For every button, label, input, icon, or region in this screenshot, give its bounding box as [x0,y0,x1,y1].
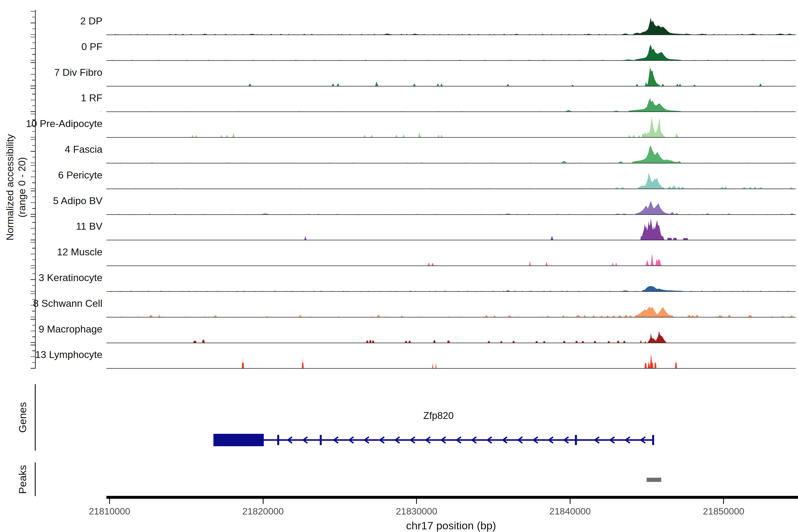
y-axis-tick [31,268,35,268]
y-axis-tick [32,94,35,94]
y-axis-tick [32,337,35,337]
gene-exon-tick [277,435,279,445]
y-axis-tick [31,165,35,166]
y-axis-tick [31,254,35,254]
genes-section-label: Genes [16,384,28,451]
track-label: 9 Macrophage [2,323,102,335]
accessibility-track-0-pf [107,36,796,61]
y-axis-tick [31,23,35,23]
y-axis-tick [31,11,35,12]
accessibility-track-11-bv [107,216,796,240]
y-axis-tick [32,42,35,43]
y-axis-line [35,10,36,368]
y-axis-tick [31,279,35,280]
y-axis-tick [32,197,35,197]
y-axis-tick [32,311,35,311]
y-axis-tick [31,305,35,305]
y-axis-title-line2: (range 0 - 20) [16,110,28,265]
y-axis-tick [32,131,35,132]
coverage-signal [120,145,794,163]
y-axis-tick [32,80,35,80]
y-axis-tick [31,240,35,240]
y-axis-tick [32,248,35,248]
accessibility-track-6-pericyte [107,165,796,189]
y-axis-tick [31,191,35,191]
x-axis-line [107,496,798,499]
y-axis-tick [32,234,35,234]
y-axis-tick [31,111,35,112]
x-axis-tick [570,499,571,504]
y-axis-tick [31,60,35,60]
y-axis-tick [31,48,35,49]
y-axis-tick [32,285,35,286]
y-axis-tick [31,34,35,35]
coverage-signal [191,116,678,137]
y-axis-tick [31,216,35,217]
x-axis-title: chr17 position (bp) [385,519,518,532]
y-axis-title-line1: Normalized accessibility [4,110,16,265]
y-axis-tick [32,68,35,69]
accessibility-track-10-pre-adipocyte [107,113,796,138]
y-axis-tick [31,319,35,319]
x-axis-tick-label: 21830000 [383,506,450,517]
y-axis-tick [31,242,35,243]
peak-interval [647,478,661,482]
accessibility-track-8-schwann-cell [107,293,796,318]
gene-exon-tick [575,435,577,445]
y-axis-tick [31,37,35,37]
y-axis-tick [31,163,35,163]
coverage-signal [99,98,798,112]
coverage-signal [118,201,794,214]
y-axis-tick [31,86,35,86]
coverage-signal [110,286,789,291]
accessibility-track-12-muscle [107,242,796,266]
coverage-signal [193,331,666,343]
coverage-signal [112,44,787,60]
y-axis-tick [31,74,35,75]
gene-model [107,427,796,453]
accessibility-track-7-div-fibro [107,62,796,87]
peaks-axis-line [35,462,36,496]
x-axis-tick-label: 21840000 [537,506,603,517]
track-label: 7 Div Fibro [2,67,102,78]
track-label: 0 PF [2,41,102,53]
y-axis-tick [31,345,35,345]
y-axis-tick [31,228,35,229]
accessibility-track-2-dp [107,11,796,35]
track-label: 4 Fascia [2,144,102,155]
accessibility-track-13-lymphocyte [107,344,796,368]
y-axis-tick [32,260,35,260]
y-axis-tick [31,317,35,317]
y-axis-tick [32,299,35,300]
coverage-signal [122,172,794,189]
y-axis-tick [32,106,35,106]
gene-exon-box [213,434,264,446]
y-axis-tick [31,139,35,140]
track-label: 8 Schwann Cell [2,298,102,309]
track-label: 12 Muscle [2,246,102,258]
y-axis-tick [31,293,35,294]
y-axis-tick [32,362,35,363]
y-axis-tick [32,350,35,351]
y-axis-tick [31,202,35,203]
y-axis-tick [31,265,35,266]
y-axis-tick [31,291,35,291]
coverage-signal [304,218,688,240]
y-axis-title: Normalized accessibility (range 0 - 20) [4,110,29,265]
y-axis-tick [32,145,35,146]
x-axis-tick-label: 21850000 [690,506,757,517]
track-label: 11 BV [2,221,102,232]
gene-name-label: Zfp820 [412,410,465,421]
accessibility-track-3-keratinocyte [107,267,796,292]
y-axis-tick [32,222,35,223]
y-axis-tick [31,62,35,63]
track-label: 1 RF [2,92,102,104]
y-axis-tick [31,188,35,189]
y-axis-tick [31,126,35,126]
accessibility-track-1-rf [107,88,796,112]
accessibility-track-5-adipo-bv [107,190,796,215]
accessibility-track-9-macrophage [107,319,796,343]
x-axis-tick [723,499,724,504]
coverage-signal [114,18,795,35]
genome-browser-figure: Normalized accessibility (range 0 - 20) … [0,0,798,532]
